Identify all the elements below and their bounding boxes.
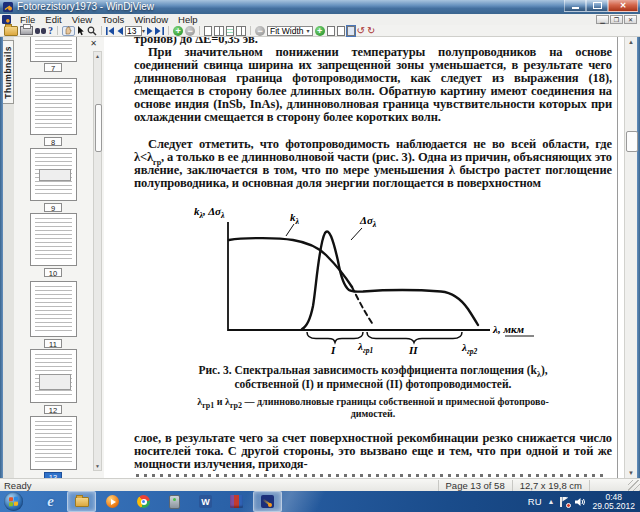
clipped-text-line <box>136 474 606 477</box>
thumbnails-scroll-thumb[interactable] <box>95 104 102 152</box>
zoom-increase-button[interactable]: + <box>315 25 325 36</box>
lambda-gr1-label: λгр1 <box>357 340 373 355</box>
taskbar-winrar[interactable] <box>222 491 251 512</box>
d-label-pointer <box>351 228 362 240</box>
zoom-out-button[interactable]: − <box>185 25 195 36</box>
chrome-icon <box>137 495 150 508</box>
doc-scroll-down-icon[interactable]: ▼ <box>625 470 637 476</box>
combo-dropdown-icon: ▾ <box>307 27 310 34</box>
mdi-restore-button[interactable]: ❐ <box>610 15 623 24</box>
scroll-up-icon[interactable]: ▲ <box>94 53 101 59</box>
doc-scroll-thumb[interactable] <box>626 131 638 152</box>
rotate-left-button[interactable]: ↺ <box>357 25 365 36</box>
page-label-11[interactable]: 11 <box>44 339 62 348</box>
fit-page-button[interactable] <box>327 25 335 36</box>
page-label-10[interactable]: 10 <box>44 268 62 277</box>
thumbnail-page-11[interactable] <box>30 281 77 337</box>
single-page-icon <box>204 26 212 36</box>
layout-continuous-facing-button[interactable] <box>236 25 246 36</box>
taskbar-utility-app[interactable] <box>160 491 189 512</box>
tab-thumbnails[interactable]: Thumbnails <box>3 40 14 104</box>
language-indicator[interactable]: RU <box>528 496 542 507</box>
thumbnails-tab-label: Thumbnails <box>3 46 13 99</box>
thumbnail-page-8[interactable] <box>30 78 77 135</box>
title-bar: Fotorezistory1973 - WinDjView ✕ <box>0 0 640 14</box>
next-page-button[interactable] <box>147 25 153 36</box>
page-dropdown-icon[interactable]: ▾ <box>142 27 145 34</box>
zoom-in-button[interactable]: + <box>173 25 183 36</box>
fit-mode-combobox[interactable]: Fit Width▾ <box>267 26 313 36</box>
close-button[interactable]: ✕ <box>608 0 638 12</box>
doc-scroll-up-icon[interactable]: ▲ <box>625 39 637 45</box>
menu-view[interactable]: View <box>67 14 97 25</box>
thumbnail-page-7[interactable] <box>30 37 77 62</box>
menu-window[interactable]: Window <box>129 14 173 25</box>
toolbar-separator <box>101 26 102 35</box>
minimize-button[interactable] <box>564 0 586 12</box>
document-view[interactable]: тронов) до ΔE=0,35 эв. При значительном … <box>104 37 624 478</box>
menu-edit[interactable]: Edit <box>40 14 66 25</box>
thumbnail-page-13[interactable] <box>30 416 77 470</box>
pan-tool-button[interactable] <box>62 26 75 36</box>
zoom-decrease-button[interactable]: − <box>255 25 265 36</box>
thumbnail-page-10[interactable] <box>30 213 77 266</box>
explorer-folder-icon <box>75 497 89 507</box>
layout-facing-button[interactable] <box>214 25 224 36</box>
page-label-8[interactable]: 8 <box>44 137 62 146</box>
taskbar-word[interactable]: W <box>191 491 220 512</box>
d-curve-label: Δσλ <box>359 214 377 229</box>
mdi-minimize-button[interactable]: ▁ <box>596 15 609 24</box>
rotate-right-button[interactable]: ↻ <box>367 25 375 36</box>
find-button[interactable] <box>35 25 46 36</box>
thumbnail-page-9[interactable] <box>30 148 77 201</box>
select-tool-button[interactable] <box>77 25 85 36</box>
taskbar-windjview[interactable] <box>253 491 282 512</box>
taskbar-internet-explorer[interactable]: e <box>36 491 65 512</box>
para2-text-cont: , а только в ее длинноволновой части (ри… <box>134 150 612 190</box>
open-button[interactable] <box>4 25 18 36</box>
help-button[interactable]: ? <box>48 25 53 36</box>
zone-1-label: I <box>330 344 336 356</box>
speaker-icon[interactable] <box>575 497 586 507</box>
footnote-sub-2: гр2 <box>230 401 242 410</box>
document-scrollbar[interactable]: ▲ ▼ <box>624 37 637 478</box>
print-button[interactable] <box>20 25 33 36</box>
first-page-button[interactable] <box>106 25 115 36</box>
previous-page-button[interactable] <box>117 25 123 36</box>
page-label-7[interactable]: 7 <box>44 63 62 72</box>
page-label-9[interactable]: 9 <box>44 203 62 212</box>
last-page-button[interactable] <box>155 25 164 36</box>
panel-close-icon[interactable]: ✕ <box>88 39 99 49</box>
media-player-icon <box>106 495 119 508</box>
hidden-icons-icon[interactable]: ▲ <box>548 498 555 505</box>
word-icon: W <box>199 495 212 508</box>
start-button[interactable] <box>4 492 23 511</box>
caption-text-end: ), <box>541 364 548 376</box>
toolbar: ? ▾ + − <box>0 25 640 37</box>
taskbar-clock[interactable]: 0:48 29.05.2012 <box>592 493 635 511</box>
layout-continuous-button[interactable] <box>226 25 234 36</box>
x-axis-label: λ, мкм <box>492 323 525 335</box>
layout-single-page-button[interactable] <box>204 25 212 36</box>
actual-size-button[interactable] <box>347 25 355 36</box>
scroll-down-icon[interactable]: ▼ <box>94 463 101 469</box>
alert-badge <box>566 503 571 508</box>
taskbar-media-player[interactable] <box>98 491 127 512</box>
taskbar-chrome[interactable] <box>129 491 158 512</box>
magnifier-tool-button[interactable] <box>87 25 97 36</box>
taskbar-explorer[interactable] <box>67 491 96 512</box>
page-label-12[interactable]: 12 <box>44 405 62 414</box>
menu-tools[interactable]: Tools <box>97 14 129 25</box>
fit-width-button[interactable] <box>337 25 345 36</box>
k-curve-label: kλ <box>290 211 300 226</box>
maximize-button[interactable] <box>586 0 608 12</box>
mdi-close-button[interactable]: ✕ <box>624 15 637 24</box>
page-number-input[interactable] <box>125 26 142 36</box>
menu-help[interactable]: Help <box>173 14 203 25</box>
footnote-sub-1: гр1 <box>202 401 214 410</box>
zoom-in-icon: + <box>173 26 183 36</box>
previous-page-icon <box>117 27 123 35</box>
thumbnail-page-12[interactable] <box>30 349 77 403</box>
action-center-flag-icon[interactable] <box>560 497 569 507</box>
thumbnails-scrollbar[interactable]: ▲ ▼ <box>93 51 102 471</box>
